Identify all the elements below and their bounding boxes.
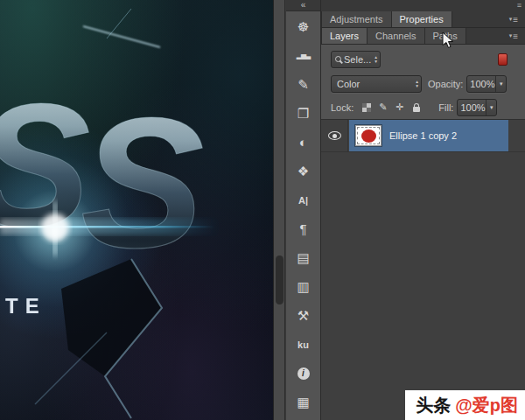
artwork: S S TE (0, 0, 273, 420)
layer-thumbnail[interactable] (355, 125, 382, 146)
brush-icon: ✎ (379, 102, 387, 113)
layers-tab-group: Layers Channels Paths ▾≡ (321, 28, 525, 45)
scrollbar-thumb[interactable] (276, 256, 284, 304)
lock-position-button[interactable]: ✛ (392, 101, 407, 115)
filter-kind-value: Sele... (341, 54, 372, 65)
character-panel-icon[interactable]: A| (289, 188, 318, 212)
paragraph-panel-icon[interactable]: ¶ (289, 217, 318, 241)
lock-transparency-button[interactable] (359, 101, 374, 115)
fill-label: Fill: (438, 102, 453, 113)
blend-mode-select[interactable]: Color ▴▾ (331, 75, 422, 93)
opacity-select[interactable]: 100% ▾ (466, 75, 507, 93)
lock-image-button[interactable]: ✎ (375, 101, 390, 115)
blend-row: Color ▴▾ Opacity: 100% ▾ (331, 74, 508, 93)
histogram-icon[interactable]: ▂▅▃ (289, 44, 318, 67)
measurement-log-icon[interactable]: ▥ (289, 275, 318, 298)
lock-icon (413, 107, 420, 112)
filter-kind-select[interactable]: Sele... ▴▾ (331, 51, 381, 68)
fill-value: 100% (458, 102, 486, 113)
photoshop-window: S S TE « ☸ ▂▅▃ ✎ ❐ ◐ ❖ (0, 0, 525, 420)
tab-properties[interactable]: Properties (392, 11, 452, 27)
layers-panel-menu-icon[interactable]: ▾≡ (502, 28, 525, 44)
properties-panel-menu-icon[interactable]: ▾≡ (502, 11, 525, 27)
transparency-icon (362, 103, 371, 112)
layer-comps-icon[interactable]: ▦ (289, 390, 318, 414)
lock-row: Lock: ✎ ✛ Fill: 100% ▾ (331, 98, 508, 116)
layer-name: Ellipse 1 copy 2 (389, 130, 457, 141)
filter-on-toggle[interactable] (498, 53, 508, 66)
panel-group: ≡ Adjustments Properties ▾≡ Layers Chann… (321, 0, 525, 420)
artwork-letter-2: S (80, 79, 204, 286)
opacity-label: Opacity: (428, 79, 463, 89)
panel-icon-dock: « ☸ ▂▅▃ ✎ ❐ ◐ ❖ A| ¶ ▤ ▥ ⚒ ku i ▦ (286, 0, 321, 420)
layers-list: Ellipse 1 copy 2 (321, 120, 525, 420)
document-canvas[interactable]: S S TE (0, 0, 273, 420)
chevron-down-icon: ▾ (486, 100, 496, 116)
layer-filter-row: Sele... ▴▾ (331, 50, 508, 68)
clone-source-icon[interactable]: ❐ (289, 102, 318, 125)
chevron-down-icon: ▾ (495, 76, 506, 92)
lock-all-button[interactable] (409, 101, 424, 115)
search-icon (335, 56, 341, 62)
watermark-prefix: 头条 (416, 394, 451, 417)
styles-icon[interactable]: ❖ (289, 159, 318, 183)
cursor-pointer (442, 32, 454, 49)
properties-tab-group: Adjustments Properties ▾≡ (321, 11, 525, 28)
notes-icon[interactable]: ▤ (289, 246, 318, 270)
tab-layers[interactable]: Layers (321, 28, 368, 44)
select-arrows-icon: ▴▾ (372, 55, 380, 63)
select-arrows-icon: ▴▾ (413, 80, 421, 88)
canvas-vertical-scrollbar[interactable] (273, 0, 285, 420)
info-icon[interactable]: i (289, 361, 318, 385)
dock-menu-icon[interactable]: ≡ (517, 0, 522, 11)
collapse-panels-button[interactable]: « (286, 0, 320, 11)
fill-select[interactable]: 100% ▾ (457, 99, 497, 116)
kuler-icon[interactable]: ku (289, 332, 318, 356)
watermark-handle: @爱p图 (455, 394, 518, 417)
red-ellipse-thumbnail (361, 130, 376, 143)
collapse-icon: « (301, 0, 306, 10)
move-icon: ✛ (396, 102, 403, 113)
adjustments-icon[interactable]: ◐ (289, 130, 318, 154)
eye-icon (328, 131, 341, 140)
opacity-value: 100% (467, 79, 495, 89)
layer-row[interactable]: Ellipse 1 copy 2 (321, 120, 525, 152)
tab-adjustments[interactable]: Adjustments (321, 11, 392, 27)
brush-presets-icon[interactable]: ✎ (289, 73, 318, 96)
watermark: 头条 @爱p图 (405, 390, 525, 420)
tool-presets-icon[interactable]: ⚒ (289, 304, 318, 327)
layer-row-selected[interactable]: Ellipse 1 copy 2 (349, 120, 508, 151)
artwork-caption: TE (5, 294, 46, 318)
blend-mode-value: Color (332, 79, 362, 89)
helm-icon[interactable]: ☸ (289, 15, 318, 38)
visibility-toggle[interactable] (321, 120, 348, 151)
panel-header-strip: ≡ (321, 0, 525, 11)
lock-label: Lock: (331, 102, 354, 113)
tab-channels[interactable]: Channels (368, 28, 424, 44)
